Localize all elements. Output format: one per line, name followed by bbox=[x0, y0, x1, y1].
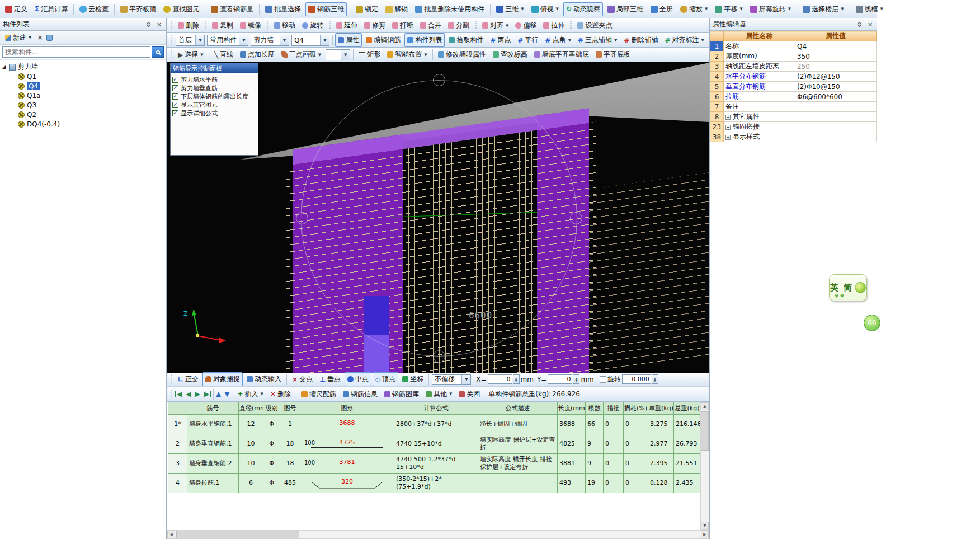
btn-perpendicular-snap[interactable]: ⊥垂点 bbox=[317, 372, 343, 386]
checkbox-checked-icon[interactable]: ✓ bbox=[172, 85, 178, 91]
scroll-down-arrow[interactable]: ▼ bbox=[701, 522, 709, 529]
pin-button[interactable] bbox=[144, 21, 153, 29]
table-row[interactable]: 3 墙身垂直钢筋.2 10 Φ 18 1003781 4740-500-1.2*… bbox=[168, 454, 701, 474]
btn-view-rebar-qty[interactable]: 查看钢筋量 bbox=[208, 2, 256, 16]
checkbox-checked-icon[interactable]: ✓ bbox=[172, 102, 178, 108]
property-row[interactable]: 38 +显示样式 bbox=[710, 132, 877, 142]
orbit-handle-bottom[interactable] bbox=[433, 350, 445, 363]
search-input[interactable] bbox=[2, 46, 150, 58]
option-wall-horizontal-rebar[interactable]: ✓剪力墙水平筋 bbox=[172, 76, 256, 84]
rotate-input[interactable] bbox=[622, 374, 651, 384]
x-input[interactable] bbox=[488, 374, 512, 384]
category-combo[interactable]: 常用构件▼ bbox=[207, 35, 248, 46]
spinner-icon[interactable]: ▲▼ bbox=[652, 374, 658, 384]
toolbar-grip[interactable] bbox=[171, 35, 172, 45]
tree-item-q3[interactable]: Q3 bbox=[1, 100, 165, 110]
nav-last-button[interactable]: ▶ bbox=[204, 391, 211, 397]
floating-badge[interactable]: 66 bbox=[864, 315, 880, 331]
element-combo[interactable]: Q4▼ bbox=[291, 35, 330, 46]
btn-line[interactable]: ╲直线 bbox=[211, 48, 236, 62]
btn-wall-bottom-align-foundation[interactable]: 墙底平齐基础底 bbox=[531, 48, 592, 62]
btn-cloud-check[interactable]: 云检查 bbox=[77, 2, 111, 16]
shape-cell[interactable]: 320 bbox=[300, 474, 394, 493]
empty-combo[interactable]: ▼ bbox=[326, 49, 350, 60]
btn-dynamic-input[interactable]: 动态输入 bbox=[244, 372, 284, 386]
btn-three-point-aux-axis[interactable]: #三点辅轴▼ bbox=[575, 33, 620, 47]
option-wall-vertical-rebar[interactable]: ✓剪力墙垂直筋 bbox=[172, 84, 256, 92]
row-up-button[interactable]: ▲ bbox=[216, 391, 221, 397]
checkbox-checked-icon[interactable]: ✓ bbox=[172, 110, 178, 116]
btn-trim[interactable]: 修剪 bbox=[361, 18, 388, 32]
nav-prev-button[interactable]: ◀ bbox=[186, 391, 191, 397]
expand-icon[interactable]: + bbox=[725, 135, 731, 140]
btn-point-plus-length[interactable]: 点加长度 bbox=[237, 48, 277, 62]
btn-point-angle[interactable]: #点角▼ bbox=[543, 33, 574, 47]
orbit-handle-left[interactable] bbox=[296, 212, 308, 224]
shape-cell[interactable]: 3688 bbox=[300, 415, 394, 434]
property-row[interactable]: 4 水平分布钢筋 (2)Φ12@150 bbox=[710, 72, 877, 82]
toolbar-grip[interactable] bbox=[171, 21, 172, 30]
tree-item-q1a[interactable]: Q1a bbox=[1, 91, 165, 100]
btn-insert-row[interactable]: +插入▼ bbox=[234, 387, 266, 401]
btn-ortho[interactable]: ∟正交 bbox=[175, 372, 201, 386]
vertical-scrollbar[interactable]: ▲ ▼ bbox=[700, 402, 709, 530]
btn-move[interactable]: 移动 bbox=[271, 18, 298, 32]
property-row[interactable]: 6 拉筋 Φ6@600*600 bbox=[710, 92, 877, 102]
btn-offset[interactable]: 偏移 bbox=[512, 18, 539, 32]
btn-scale-rebar[interactable]: 缩尺配筋 bbox=[299, 387, 339, 401]
scroll-up-arrow[interactable]: ▲ bbox=[701, 402, 709, 410]
expand-icon[interactable]: + bbox=[725, 115, 731, 120]
expand-icon[interactable]: + bbox=[725, 125, 731, 130]
btn-intersection-snap[interactable]: ×交点 bbox=[289, 372, 315, 386]
close-button[interactable]: × bbox=[155, 21, 163, 29]
btn-parallel[interactable]: #平行 bbox=[515, 33, 541, 47]
floor-combo[interactable]: 首层▼ bbox=[176, 35, 205, 46]
option-show-detailed-formula[interactable]: ✓显示详细公式 bbox=[172, 109, 256, 118]
row-down-button[interactable]: ▼ bbox=[224, 391, 229, 397]
checkbox-checked-icon[interactable]: ✓ bbox=[172, 93, 178, 100]
btn-delete-aux-axis[interactable]: #删除辅轴 bbox=[621, 33, 661, 47]
shape-cell[interactable]: 1004725 bbox=[300, 434, 394, 454]
tree-expand-icon[interactable]: ◢ bbox=[1, 64, 7, 69]
btn-break[interactable]: 打断 bbox=[389, 18, 416, 32]
toolbar-grip[interactable] bbox=[171, 390, 172, 399]
orbit-handle-right[interactable] bbox=[570, 212, 582, 224]
spinner-icon[interactable]: ▲▼ bbox=[573, 374, 579, 384]
horizontal-scrollbar[interactable]: ◀ ▶ bbox=[167, 530, 709, 539]
btn-pan[interactable]: 平移▼ bbox=[712, 2, 745, 16]
tree-item-q1[interactable]: Q1 bbox=[1, 72, 165, 81]
property-row[interactable]: 7 备注 bbox=[710, 102, 877, 112]
toolbar-grip[interactable] bbox=[475, 21, 477, 30]
btn-zoom[interactable]: 缩放▼ bbox=[677, 2, 710, 16]
table-row[interactable]: 4 墙身拉筋.1 6 Φ 485 320 (350-2*15)+2*(75+1.… bbox=[168, 474, 701, 493]
btn-delete[interactable]: 删除 bbox=[175, 18, 202, 32]
btn-rebar-3d[interactable]: 钢筋三维 bbox=[305, 2, 347, 16]
close-button[interactable]: × bbox=[866, 21, 874, 29]
property-row[interactable]: 23 +锚固搭接 bbox=[710, 122, 877, 132]
btn-component-list[interactable]: 构件列表 bbox=[404, 33, 445, 47]
toolbar-grip[interactable] bbox=[329, 21, 331, 30]
property-row[interactable]: 2 厚度(mm) 350 bbox=[710, 51, 877, 62]
property-row[interactable]: 1 名称 Q4 bbox=[710, 41, 877, 51]
rebar-display-panel-title[interactable]: 钢筋显示控制面板 bbox=[171, 63, 258, 73]
btn-rectangle[interactable]: 矩形 bbox=[356, 48, 383, 62]
btn-pick-component[interactable]: 拾取构件 bbox=[446, 33, 486, 47]
btn-view-3d[interactable]: 三维▼ bbox=[493, 2, 526, 16]
btn-other[interactable]: 其他▼ bbox=[423, 387, 455, 401]
option-lower-wall-exposed-length[interactable]: ✓下层墙体钢筋的露出长度 bbox=[172, 92, 256, 101]
property-row[interactable]: 3 轴线距左墙皮距离 250 bbox=[710, 62, 877, 72]
delete-component-button[interactable]: × bbox=[37, 34, 43, 41]
btn-define[interactable]: 定义 bbox=[2, 2, 30, 16]
btn-midpoint-snap[interactable]: 中点 bbox=[345, 372, 371, 386]
search-button[interactable] bbox=[152, 46, 164, 58]
copy-component-button[interactable] bbox=[46, 35, 53, 41]
btn-modify-wall-props[interactable]: 修改墙段属性 bbox=[435, 48, 489, 62]
tree-item-q2[interactable]: Q2 bbox=[1, 110, 165, 119]
scroll-right-arrow[interactable]: ▶ bbox=[701, 531, 709, 538]
btn-rebar-info[interactable]: 钢筋信息 bbox=[340, 387, 380, 401]
btn-fullscreen[interactable]: 全屏 bbox=[648, 2, 676, 16]
tree-item-dq4[interactable]: DQ4(-0.4) bbox=[1, 119, 165, 129]
checkbox-checked-icon[interactable]: ✓ bbox=[172, 77, 178, 83]
scrollbar-thumb[interactable] bbox=[701, 411, 709, 451]
tree-item-q4[interactable]: Q4 bbox=[1, 81, 165, 91]
